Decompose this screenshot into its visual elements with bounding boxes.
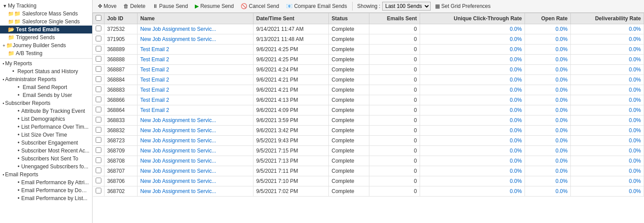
- row-checkbox[interactable]: [96, 127, 101, 133]
- cell-name[interactable]: Test Email 2: [138, 75, 253, 85]
- cell-name[interactable]: New Job Assignment to Servic...: [138, 156, 253, 166]
- cell-name[interactable]: Test Email 2: [138, 85, 253, 95]
- name-link[interactable]: Test Email 2: [140, 46, 169, 52]
- sidebar-admin-reports[interactable]: • Administrator Reports: [0, 75, 92, 83]
- name-link[interactable]: Test Email 2: [140, 77, 169, 83]
- move-button[interactable]: ✥ Move: [95, 2, 119, 10]
- name-link[interactable]: New Job Assignment to Servic...: [140, 148, 216, 154]
- sidebar-email-report-0[interactable]: Email Performance By Attri...: [0, 178, 92, 186]
- sidebar-item-triggered-sends[interactable]: 📁 Triggered Sends: [0, 33, 92, 41]
- row-checkbox-cell[interactable]: [93, 24, 104, 34]
- row-checkbox-cell[interactable]: [93, 126, 104, 136]
- row-checkbox-cell[interactable]: [93, 105, 104, 115]
- cell-name[interactable]: Test Email 2: [138, 45, 253, 55]
- cell-name[interactable]: Test Email 2: [138, 55, 253, 65]
- pause-send-button[interactable]: ⏸ Pause Send: [150, 2, 190, 10]
- name-link[interactable]: New Job Assignment to Servic...: [140, 178, 216, 184]
- cell-name[interactable]: New Job Assignment to Servic...: [138, 186, 253, 197]
- row-checkbox[interactable]: [96, 147, 101, 153]
- name-link[interactable]: Test Email 2: [140, 97, 169, 103]
- sidebar-sub-item-5[interactable]: Subscriber Most Recent Ac...: [0, 147, 92, 155]
- select-all-checkbox[interactable]: [96, 15, 101, 21]
- sidebar-item-ab-testing[interactable]: 📁 A/B Testing: [0, 49, 92, 57]
- sidebar-sub-item-0[interactable]: Attribute By Tracking Event: [0, 107, 92, 115]
- row-checkbox-cell[interactable]: [93, 45, 104, 55]
- cell-name[interactable]: New Job Assignment to Servic...: [138, 136, 253, 146]
- row-checkbox-cell[interactable]: [93, 166, 104, 176]
- name-link[interactable]: Test Email 2: [140, 56, 169, 63]
- resume-send-button[interactable]: ▶ Resume Send: [192, 2, 236, 10]
- row-checkbox-cell[interactable]: [93, 115, 104, 126]
- name-link[interactable]: New Job Assignment to Servic...: [140, 36, 216, 42]
- row-checkbox[interactable]: [96, 188, 101, 193]
- sidebar-sub-item-2[interactable]: List Performance Over Tim...: [0, 123, 92, 131]
- cell-name[interactable]: New Job Assignment to Servic...: [138, 126, 253, 136]
- name-link[interactable]: New Job Assignment to Servic...: [140, 26, 216, 32]
- row-checkbox-cell[interactable]: [93, 85, 104, 95]
- row-checkbox-cell[interactable]: [93, 95, 104, 105]
- row-checkbox[interactable]: [96, 86, 101, 92]
- delete-button[interactable]: 🗑 Delete: [121, 2, 148, 10]
- name-link[interactable]: Test Email 2: [140, 87, 169, 93]
- sidebar-my-tracking[interactable]: ▼ My Tracking: [0, 2, 92, 10]
- row-checkbox-cell[interactable]: [93, 176, 104, 186]
- row-checkbox-cell[interactable]: [93, 156, 104, 166]
- name-link[interactable]: New Job Assignment to Servic...: [140, 158, 216, 164]
- sidebar-email-sends-by-user[interactable]: Email Sends by User: [0, 91, 92, 99]
- cell-name[interactable]: New Job Assignment to Servic...: [138, 24, 253, 34]
- cell-name[interactable]: Test Email 2: [138, 105, 253, 115]
- name-link[interactable]: New Job Assignment to Servic...: [140, 127, 216, 134]
- sidebar-item-salesforce-mass[interactable]: 📁 Salesforce Mass Sends: [0, 10, 92, 18]
- row-checkbox[interactable]: [96, 46, 101, 52]
- name-link[interactable]: New Job Assignment to Servic...: [140, 188, 216, 194]
- row-checkbox[interactable]: [96, 36, 101, 41]
- sidebar-email-reports[interactable]: • Email Reports: [0, 171, 92, 178]
- set-grid-preferences-button[interactable]: ▦ Set Grid Preferences: [432, 2, 493, 10]
- showing-select[interactable]: Last 100 Sends Last 50 Sends Last 25 Sen…: [382, 2, 431, 11]
- cell-name[interactable]: New Job Assignment to Servic...: [138, 176, 253, 186]
- row-checkbox[interactable]: [96, 97, 101, 102]
- sidebar-journey-builder[interactable]: + 📁 Journey Builder Sends: [0, 41, 92, 49]
- row-checkbox[interactable]: [96, 66, 101, 72]
- sidebar-email-report-2[interactable]: Email Performance by List...: [0, 194, 92, 202]
- sidebar-sub-item-1[interactable]: List Demographics: [0, 115, 92, 123]
- row-checkbox-cell[interactable]: [93, 146, 104, 156]
- sidebar-sub-item-4[interactable]: Subscriber Engagement: [0, 139, 92, 147]
- name-link[interactable]: Test Email 2: [140, 67, 169, 73]
- sidebar-email-report-1[interactable]: Email Performance by Dom...: [0, 186, 92, 194]
- sidebar-sub-item-7[interactable]: Unengaged Subscribers fo...: [0, 163, 92, 171]
- sidebar-report-status[interactable]: Report Status and History: [0, 67, 92, 75]
- row-checkbox-cell[interactable]: [93, 65, 104, 75]
- name-link[interactable]: New Job Assignment to Servic...: [140, 138, 216, 144]
- sidebar-sub-item-3[interactable]: List Size Over Time: [0, 131, 92, 139]
- row-checkbox-cell[interactable]: [93, 34, 104, 45]
- row-checkbox-cell[interactable]: [93, 55, 104, 65]
- sidebar-item-salesforce-single[interactable]: 📁 Salesforce Single Sends: [0, 18, 92, 26]
- name-link[interactable]: New Job Assignment to Servic...: [140, 117, 216, 123]
- row-checkbox[interactable]: [96, 76, 101, 82]
- cell-name[interactable]: New Job Assignment to Servic...: [138, 34, 253, 45]
- name-link[interactable]: Test Email 2: [140, 107, 169, 113]
- row-checkbox[interactable]: [96, 56, 101, 62]
- row-checkbox-cell[interactable]: [93, 136, 104, 146]
- sidebar-subscriber-reports[interactable]: • Subscriber Reports: [0, 99, 92, 107]
- row-checkbox[interactable]: [96, 117, 101, 123]
- row-checkbox-cell[interactable]: [93, 75, 104, 85]
- row-checkbox[interactable]: [96, 157, 101, 163]
- sidebar-item-test-send-emails[interactable]: 📂 Test Send Emails: [0, 26, 92, 33]
- name-link[interactable]: New Job Assignment to Servic...: [140, 168, 216, 174]
- cell-name[interactable]: Test Email 2: [138, 95, 253, 105]
- sidebar-my-reports[interactable]: • My Reports: [0, 59, 92, 67]
- sidebar-sub-item-6[interactable]: Subscribers Not Sent To: [0, 155, 92, 163]
- compare-email-sends-button[interactable]: 📧 Compare Email Sends: [283, 2, 350, 10]
- sidebar-email-send-report[interactable]: Email Send Report: [0, 83, 92, 91]
- row-checkbox[interactable]: [96, 178, 101, 183]
- row-checkbox[interactable]: [96, 107, 101, 112]
- row-checkbox[interactable]: [96, 137, 101, 143]
- row-checkbox[interactable]: [96, 26, 101, 31]
- select-all-header[interactable]: [93, 13, 104, 24]
- cell-name[interactable]: New Job Assignment to Servic...: [138, 115, 253, 126]
- cell-name[interactable]: Test Email 2: [138, 65, 253, 75]
- row-checkbox-cell[interactable]: [93, 186, 104, 197]
- cell-name[interactable]: New Job Assignment to Servic...: [138, 146, 253, 156]
